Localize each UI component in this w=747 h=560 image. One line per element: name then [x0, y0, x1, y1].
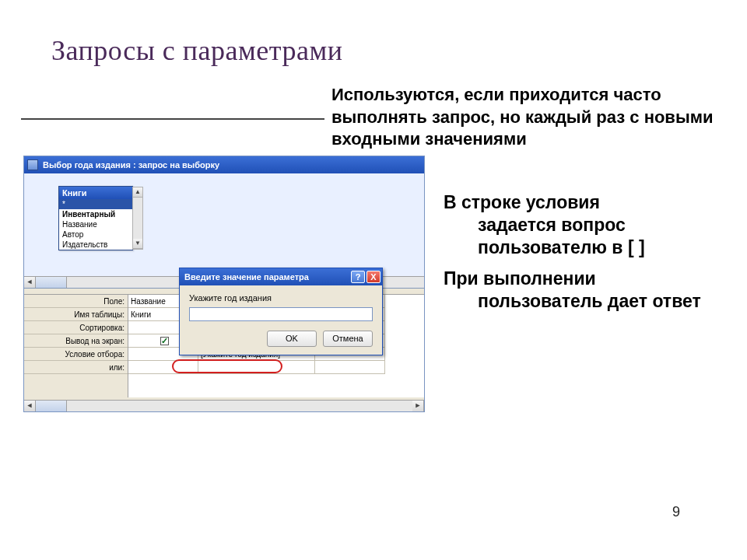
label-field: Поле:: [24, 295, 128, 308]
field-item[interactable]: Название: [59, 219, 132, 229]
dialog-body: Укажите год издания OK Отмена: [180, 285, 382, 355]
scroll-thumb[interactable]: [36, 277, 67, 288]
db-icon: [27, 159, 38, 170]
window-title: Выбор года издания : запрос на выборку: [43, 160, 219, 170]
table-scrollbar[interactable]: ▲ ▼: [132, 187, 143, 250]
scroll-down-icon[interactable]: ▼: [133, 239, 142, 249]
close-button[interactable]: X: [366, 271, 381, 283]
dialog-titlebar[interactable]: Введите значение параметра ? X: [180, 268, 382, 285]
cell-blank[interactable]: [315, 361, 385, 374]
help-button[interactable]: ?: [351, 271, 365, 283]
body-p1-rest: задается вопрос пользователю в [ ]: [444, 214, 731, 259]
field-star[interactable]: *: [59, 199, 132, 209]
intro-text: Используются, если приходится часто выпо…: [331, 84, 728, 151]
grid-labels-col: Поле: Имя таблицы: Сортировка: Вывод на …: [24, 295, 128, 397]
checkbox-checked[interactable]: [160, 337, 169, 345]
label-criteria: Условие отбора:: [24, 348, 128, 361]
table-header: Книги: [59, 187, 132, 199]
slide-title: Запросы с параметрами: [51, 34, 343, 67]
scroll-left-icon[interactable]: ◄: [24, 401, 36, 411]
parameter-dialog: Введите значение параметра ? X Укажите г…: [179, 268, 383, 355]
grid-scroll-h[interactable]: ◄ ►: [24, 400, 424, 411]
dialog-prompt: Укажите год издания: [189, 293, 373, 303]
cell-or[interactable]: [198, 361, 315, 374]
field-item[interactable]: Издательств: [59, 240, 132, 250]
scroll-left-icon[interactable]: ◄: [24, 277, 36, 288]
label-table: Имя таблицы:: [24, 308, 128, 321]
body-text: В строке условия задается вопрос пользов…: [444, 191, 731, 322]
table-name: Книги: [62, 188, 86, 198]
parameter-input[interactable]: [189, 307, 373, 321]
window-titlebar[interactable]: Выбор года издания : запрос на выборку: [24, 156, 424, 173]
table-box[interactable]: Книги * Инвентарный Название Автор Издат…: [58, 186, 133, 250]
scroll-right-icon[interactable]: ►: [412, 401, 424, 411]
label-sort: Сортировка:: [24, 321, 128, 334]
field-item[interactable]: Автор: [59, 229, 132, 240]
body-p2-rest: пользователь дает ответ: [444, 290, 731, 313]
field-item[interactable]: Инвентарный: [59, 209, 132, 219]
cancel-button[interactable]: Отмена: [323, 331, 373, 347]
cell-or[interactable]: [128, 361, 198, 374]
separator-line: [21, 118, 324, 120]
dialog-title: Введите значение параметра: [184, 272, 309, 282]
body-p1-head: В строке условия: [444, 192, 600, 212]
body-p2-head: При выполнении: [444, 268, 596, 289]
label-show: Вывод на экран:: [24, 334, 128, 348]
scroll-thumb[interactable]: [36, 401, 67, 411]
page-number: 9: [672, 504, 680, 520]
ok-button[interactable]: OK: [267, 331, 317, 347]
scroll-up-icon[interactable]: ▲: [133, 187, 142, 198]
label-or: или:: [24, 361, 128, 374]
